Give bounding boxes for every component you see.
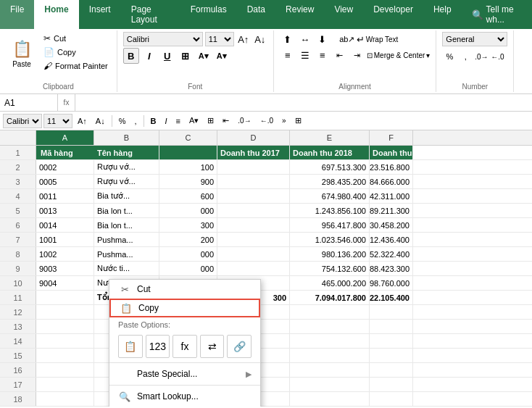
cell-e9[interactable]: 754.132.600 [290, 262, 370, 275]
paste-icon-2[interactable]: 123 [146, 335, 170, 358]
underline-button[interactable]: U [159, 48, 175, 64]
tb2-increase-font-btn[interactable]: A↑ [74, 113, 91, 129]
cell-a10[interactable]: 9004 [36, 276, 94, 290]
font-name-select[interactable]: Calibri [123, 32, 203, 46]
context-menu-smart-lookup[interactable]: 🔍 Smart Lookup... [109, 387, 260, 406]
cell-a9[interactable]: 9003 [36, 262, 94, 275]
cell-d2[interactable] [217, 160, 290, 174]
paste-button[interactable]: 📋 Paste [6, 32, 38, 75]
cell-d5[interactable] [217, 204, 290, 217]
cell-c8[interactable]: 000 [159, 247, 217, 261]
tab-file[interactable]: File [0, 0, 34, 29]
cell-c5[interactable]: 000 [159, 204, 217, 217]
cell-e11[interactable]: 7.094.017.800 [290, 291, 370, 304]
cell-e10[interactable]: 465.000.200 [290, 276, 370, 290]
decrease-indent-btn[interactable]: ⇤ [332, 48, 348, 62]
cell-f1[interactable]: Doanh thu 2019 [370, 146, 413, 159]
tb2-font-select[interactable]: Calibri [3, 114, 42, 128]
cell-a7[interactable]: 1001 [36, 233, 94, 246]
cell-f7[interactable]: 1.212.436.400 [370, 233, 413, 246]
tb2-decrease-font-btn[interactable]: A↓ [92, 113, 109, 129]
cell-e1[interactable]: Doanh thu 2018 [290, 146, 370, 159]
cell-e6[interactable]: 956.417.800 [290, 218, 370, 232]
context-menu-copy[interactable]: 📋 Copy [109, 299, 260, 317]
tab-developer[interactable]: Developer [363, 0, 423, 29]
tb2-decrease-indent-btn[interactable]: ⇤ [219, 113, 233, 129]
comma-btn[interactable]: , [458, 49, 473, 64]
cell-b1[interactable]: Tên hàng [94, 146, 159, 159]
cell-e3[interactable]: 298.435.200 [290, 175, 370, 188]
cell-a3[interactable]: 0005 [36, 175, 94, 188]
decrease-decimal-btn[interactable]: ←.0 [490, 49, 504, 64]
align-left-btn[interactable]: ≡ [280, 48, 296, 62]
decrease-font-btn[interactable]: A↓ [253, 32, 267, 46]
cell-reference-box[interactable]: A1 [0, 94, 58, 111]
cell-a8[interactable]: 1002 [36, 247, 94, 261]
tb2-increase-decimal-btn[interactable]: .0→ [234, 113, 254, 129]
italic-button[interactable]: I [141, 48, 157, 64]
bold-button[interactable]: B [123, 48, 139, 64]
tab-formulas[interactable]: Formulas [180, 0, 237, 29]
cell-c7[interactable]: 200 [159, 233, 217, 246]
cut-button[interactable]: ✂ Cut [41, 32, 111, 45]
cell-a11[interactable] [36, 291, 94, 304]
align-right-btn[interactable]: ≡ [315, 48, 331, 62]
cell-d9[interactable] [217, 262, 290, 275]
cell-b7[interactable]: Pushma... [94, 233, 159, 246]
cell-c9[interactable]: 000 [159, 262, 217, 275]
cell-c3[interactable]: 900 [159, 175, 217, 188]
cell-f6[interactable]: 1.030.458.200 [370, 218, 413, 232]
align-bottom-btn[interactable]: ⬇ [315, 32, 331, 46]
increase-decimal-btn[interactable]: .0→ [474, 49, 489, 64]
cell-c2[interactable]: 100 [159, 160, 217, 174]
cell-a2[interactable]: 0002 [36, 160, 94, 174]
cell-b2[interactable]: Rượu vớ... [94, 160, 159, 174]
align-middle-btn[interactable]: ↔ [297, 32, 313, 46]
increase-font-btn[interactable]: A↑ [236, 32, 251, 46]
col-header-a[interactable]: A [36, 130, 94, 145]
wrap-text-button[interactable]: ↵ Wrap Text [357, 34, 400, 45]
cell-a4[interactable]: 0011 [36, 189, 94, 203]
cell-a6[interactable]: 0014 [36, 218, 94, 232]
font-size-select[interactable]: 11 [205, 32, 234, 46]
number-format-select[interactable]: General [442, 32, 507, 46]
cell-d6[interactable] [217, 218, 290, 232]
paste-icon-4[interactable]: ⇄ [200, 335, 225, 358]
cell-b3[interactable]: Rượu vớ... [94, 175, 159, 188]
cell-a1[interactable]: Mã hàng [36, 146, 94, 159]
tb2-size-select[interactable]: 11 [43, 114, 72, 128]
cell-b4[interactable]: Bia tướ... [94, 189, 159, 203]
cell-d7[interactable] [217, 233, 290, 246]
paste-icon-5[interactable]: 🔗 [227, 335, 252, 358]
cell-f2[interactable]: 723.516.800 [370, 160, 413, 174]
cell-b9[interactable]: Nước ti... [94, 262, 159, 275]
context-menu-cut[interactable]: ✂ Cut [109, 280, 260, 299]
cell-e7[interactable]: 1.023.546.000 [290, 233, 370, 246]
col-header-f[interactable]: F [370, 130, 413, 145]
tb2-bold-btn[interactable]: B [147, 113, 160, 129]
tb2-align-left-btn[interactable]: ≡ [173, 113, 184, 129]
increase-indent-btn[interactable]: ⇥ [349, 48, 365, 62]
tb2-fill-color-btn[interactable]: A▾ [186, 113, 202, 129]
percent-btn[interactable]: % [442, 49, 457, 64]
tb2-percent-btn[interactable]: % [115, 113, 130, 129]
cell-f5[interactable]: 1.389.211.300 [370, 204, 413, 217]
fill-color-button[interactable]: A▾ [196, 48, 212, 64]
tab-page-layout[interactable]: Page Layout [121, 0, 180, 29]
paste-icon-3[interactable]: fx [173, 335, 197, 358]
copy-button[interactable]: 📄 Copy [41, 46, 111, 59]
cell-f8[interactable]: 852.322.400 [370, 247, 413, 261]
cell-e5[interactable]: 1.243.856.100 [290, 204, 370, 217]
col-header-b[interactable]: B [94, 130, 159, 145]
border-button[interactable]: ⊞ [178, 48, 194, 64]
cell-e2[interactable]: 697.513.300 [290, 160, 370, 174]
cell-d1[interactable]: Doanh thu 2017 [217, 146, 290, 159]
cell-a5[interactable]: 0013 [36, 204, 94, 217]
align-top-btn[interactable]: ⬆ [280, 32, 296, 46]
font-color-button[interactable]: A▾ [214, 48, 230, 64]
col-header-e[interactable]: E [290, 130, 370, 145]
tb2-expand-btn[interactable]: ⊞ [291, 113, 305, 129]
tb2-comma-btn[interactable]: , [130, 113, 140, 129]
cell-f10[interactable]: 498.760.000 [370, 276, 413, 290]
cell-d4[interactable] [217, 189, 290, 203]
